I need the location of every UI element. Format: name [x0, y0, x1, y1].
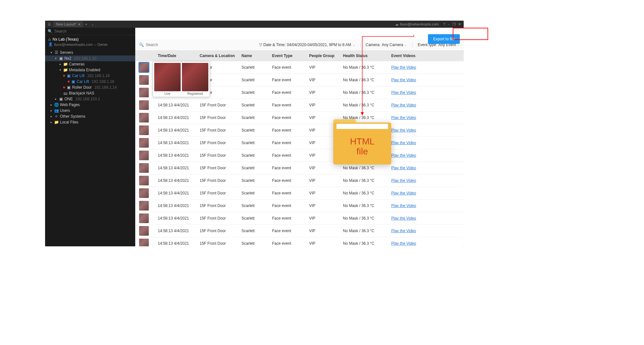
menu-icon[interactable]: ☰ [45, 22, 53, 26]
cell-camera: 15F Front Door [200, 241, 242, 246]
cell-event: Face event [272, 229, 309, 233]
tree-server-nx2[interactable]: ▾▣Nx2192.168.1.10 [45, 55, 135, 61]
table-row[interactable]: 14:58:13 4/4/202115F Front DoorScarlettF… [135, 149, 464, 162]
col-video[interactable]: Event Videos [391, 54, 440, 58]
play-video-link[interactable]: Play the Video [391, 141, 416, 145]
play-video-link[interactable]: Play the Video [391, 229, 416, 233]
play-video-link[interactable]: Play the Video [391, 65, 416, 70]
event-thumbnail[interactable] [139, 201, 149, 211]
event-thumbnail[interactable] [139, 75, 149, 85]
tree-cameras[interactable]: ▸📁Cameras [45, 61, 135, 67]
play-video-link[interactable]: Play the Video [391, 153, 416, 158]
table-row[interactable]: 14:58:13 4/4/202115F Front DoorScarlettF… [135, 137, 464, 149]
search-icon: 🔍 [139, 43, 144, 47]
play-video-link[interactable]: Play the Video [391, 166, 416, 170]
camera-icon: ▣ [66, 85, 71, 90]
main-search[interactable]: 🔍 [139, 43, 254, 47]
tree-cam-carlift1[interactable]: ▣Car Lift192.168.1.16 [45, 73, 135, 79]
cell-health: No Mask / 36.3 °C [343, 191, 391, 195]
col-health[interactable]: Health Status [343, 54, 391, 58]
tab-dropdown-icon[interactable]: ⌄ [89, 22, 96, 26]
tree-metadata[interactable]: ▾📁Metadata Enabled [45, 67, 135, 73]
tree-cam-carlift2[interactable]: ▣Car Lift192.168.1.16 [45, 79, 135, 84]
event-thumbnail[interactable] [139, 176, 149, 185]
table-row[interactable]: 14:58:13 4/4/202115F Front DoorScarlettF… [135, 212, 464, 225]
layout-tab[interactable]: New Layout* ✕ [53, 21, 83, 27]
play-video-link[interactable]: Play the Video [391, 178, 416, 183]
col-event[interactable]: Event Type [272, 54, 309, 58]
event-thumbnail[interactable] [139, 88, 149, 97]
cell-event: Face event [272, 141, 309, 145]
cell-name: Scarlett [242, 178, 272, 183]
globe-icon: 🌐 [54, 103, 59, 107]
folder-text-1: HTML [350, 137, 374, 147]
col-time[interactable]: Time/Date [158, 54, 200, 58]
cell-time: 14:58:13 4/4/2021 [158, 191, 200, 195]
tree-local[interactable]: ▸📁Local Files [45, 119, 135, 125]
tree-servers[interactable]: ▾☰Servers [45, 50, 135, 55]
play-video-link[interactable]: Play the Video [391, 115, 416, 120]
play-video-link[interactable]: Play the Video [391, 191, 416, 195]
cell-event: Face event [272, 78, 309, 82]
table-row[interactable]: 14:58:13 4/4/202115F Front DoorScarlettF… [135, 174, 464, 187]
cell-time: 14:58:13 4/4/2021 [158, 203, 200, 208]
event-thumbnail[interactable] [139, 188, 149, 198]
event-thumbnail[interactable] [139, 125, 149, 135]
event-thumbnail[interactable] [139, 100, 149, 110]
play-video-link[interactable]: Play the Video [391, 90, 416, 95]
tree-other[interactable]: ▸✧Other Systems [45, 113, 135, 119]
event-thumbnail[interactable] [139, 138, 149, 148]
table-row[interactable]: 14:58:13 4/4/202115F Front DoorScarlettF… [135, 162, 464, 174]
filter-datetime[interactable]: ▽ Date & Time: 04/04/2020-04/05/2021, 9P… [259, 43, 355, 47]
cell-event: Face event [272, 90, 309, 95]
main-search-input[interactable] [146, 43, 254, 47]
table-row[interactable]: 14:58:13 4/4/202115F Front DoorScarlettF… [135, 225, 464, 237]
event-thumbnail[interactable] [139, 63, 149, 72]
event-thumbnail[interactable] [139, 239, 149, 246]
col-group[interactable]: People Group [309, 54, 343, 58]
event-thumbnail[interactable] [139, 113, 149, 123]
maximize-icon[interactable]: ❐ [452, 22, 456, 26]
col-name[interactable]: Name [242, 54, 272, 58]
help-icon[interactable]: ? [443, 22, 445, 26]
sidebar-search-input[interactable] [54, 29, 133, 34]
event-thumbnail[interactable] [139, 151, 149, 160]
tree-blackjack[interactable]: 🖴Blackjack NAS [45, 90, 135, 96]
add-tab-icon[interactable]: + [83, 22, 89, 26]
tree-users[interactable]: ▸👥Users [45, 108, 135, 113]
close-window-icon[interactable]: ✕ [458, 22, 461, 26]
play-video-link[interactable]: Play the Video [391, 78, 416, 82]
tree-server-one[interactable]: ▸▣ONE192.168.153.1 [45, 96, 135, 102]
cell-camera: 15F Front Door [200, 191, 242, 195]
tree-cam-roller[interactable]: ▣Roller Door192.168.1.14 [45, 84, 135, 90]
play-video-link[interactable]: Play the Video [391, 241, 416, 246]
play-video-link[interactable]: Play the Video [391, 203, 416, 208]
minimize-icon[interactable]: − [448, 22, 450, 26]
play-video-link[interactable]: Play the Video [391, 103, 416, 107]
tree-webpages[interactable]: ▸🌐Web Pages [45, 102, 135, 108]
event-thumbnail[interactable] [139, 163, 149, 173]
cell-event: Face event [272, 65, 309, 70]
play-video-link[interactable]: Play the Video [391, 216, 416, 221]
table-row[interactable]: 14:58:13 4/4/202115F Front DoorScarlettF… [135, 187, 464, 200]
filter-camera[interactable]: Camera: Any Camera ⌄ [366, 43, 407, 47]
event-thumbnail[interactable] [139, 213, 149, 223]
cell-name: Scarlett [242, 216, 272, 221]
table-row[interactable]: 14:58:13 4/4/202115F Front DoorScarlettF… [135, 124, 464, 137]
table-row[interactable]: 14:58:13 4/4/202115F Front DoorScarlettF… [135, 200, 464, 212]
col-camera[interactable]: Camera & Location [200, 54, 242, 58]
cell-name: Scarlett [242, 128, 272, 133]
table-row[interactable]: 14:58:13 4/4/202115F Front DoorScarlettF… [135, 99, 464, 112]
cloud-account[interactable]: ☁ tluce@networkoptix.com [393, 22, 440, 26]
cell-time: 14:58:13 4/4/2021 [158, 178, 200, 183]
chevron-down-icon: ⌄ [353, 43, 355, 46]
event-thumbnail[interactable] [139, 226, 149, 236]
cell-event: Face event [272, 166, 309, 170]
cell-time: 14:58:13 4/4/2021 [158, 229, 200, 233]
close-tab-icon[interactable]: ✕ [78, 23, 80, 26]
table-row[interactable]: 14:58:13 4/4/202115F Front DoorScarlettF… [135, 112, 464, 124]
export-button[interactable]: Export to file [428, 34, 460, 44]
table-row[interactable]: 14:58:13 4/4/202115F Front DoorScarlettF… [135, 237, 464, 246]
cell-name: Scarlett [242, 153, 272, 158]
play-video-link[interactable]: Play the Video [391, 128, 416, 133]
